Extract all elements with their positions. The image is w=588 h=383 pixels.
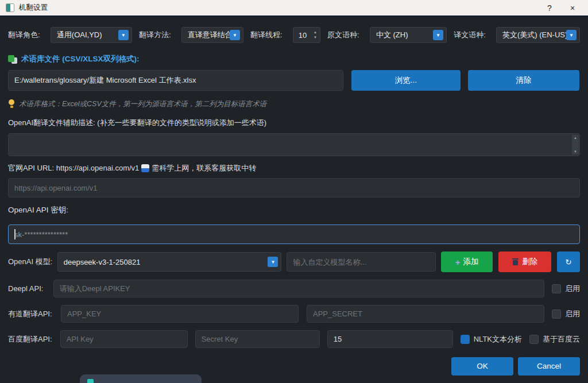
threads-label: 翻译线程: xyxy=(250,30,283,40)
glossary-header: 术语库文件 (CSV/XLSX双列格式): xyxy=(21,54,140,64)
source-lang-label: 原文语种: xyxy=(327,30,359,40)
openai-desc-label: OpenAI翻译文件辅助描述: (补充一些要翻译的文件的类型说明或添加一些术语) xyxy=(8,118,580,128)
delete-model-label: 删除 xyxy=(522,257,537,267)
api-url-input[interactable] xyxy=(8,178,580,198)
youdao-row: 有道翻译API: 启用 xyxy=(8,305,580,323)
openai-desc-textarea[interactable] xyxy=(8,133,580,156)
custom-model-input[interactable] xyxy=(287,252,435,272)
youdao-label: 有道翻译API: xyxy=(8,309,61,319)
popup-status-dot xyxy=(87,379,94,383)
nltk-checkbox[interactable] xyxy=(461,335,470,344)
glossary-file-row: 浏览... 清除 xyxy=(8,70,580,91)
glossary-hint: 术语库格式：Excel或CSV文件，第一列为源语言术语，第二列为目标语言术语 xyxy=(19,99,266,109)
baidu-cloud-checkbox[interactable] xyxy=(529,335,539,344)
bottom-popup-partial[interactable] xyxy=(80,374,202,383)
baidu-cloud-label: 基于百度云 xyxy=(543,334,580,345)
youdao-enable-label: 启用 xyxy=(565,309,580,319)
general-settings-row: 翻译角色: 通用(OAI,YD) ▼ 翻译方法: 直译意译结合 ▼ 翻译线程: … xyxy=(8,26,580,44)
api-key-label: OpenAI API 密钥: xyxy=(8,205,580,215)
target-lang-value: 英文(美式) (EN-US) xyxy=(497,30,566,40)
source-lang-select[interactable]: 中文 (ZH) ▼ xyxy=(370,27,447,43)
delete-model-button[interactable]: 删除 xyxy=(498,252,551,272)
api-url-label-row: 官网API URL: https://api.openai.com/v1 需科学… xyxy=(8,163,580,173)
ok-button[interactable]: OK xyxy=(451,357,513,376)
deepl-key-input[interactable] xyxy=(53,280,544,297)
close-button[interactable]: × xyxy=(563,1,582,16)
app-icon xyxy=(6,3,14,12)
chevron-down-icon[interactable]: ▼ xyxy=(433,30,443,40)
glossary-books-icon xyxy=(8,55,17,64)
threads-spinner[interactable]: 10 ▲ ▼ xyxy=(293,27,320,43)
baidu-apikey-input[interactable] xyxy=(60,330,188,348)
vpn-icon xyxy=(141,164,149,172)
clear-button[interactable]: 清除 xyxy=(468,70,579,91)
model-label: OpenAI 模型: xyxy=(8,257,57,267)
role-select[interactable]: 通用(OAI,YD) ▼ xyxy=(51,27,132,43)
api-url-note: 需科学上网，联系客服获取中转 xyxy=(152,163,256,173)
refresh-models-button[interactable]: ↻ xyxy=(557,252,580,272)
youdao-appsecret-input[interactable] xyxy=(307,305,544,323)
spin-down-icon[interactable]: ▼ xyxy=(312,35,319,40)
chevron-down-icon[interactable]: ▼ xyxy=(230,30,240,40)
youdao-appkey-input[interactable] xyxy=(61,305,299,323)
footer-row: OK Cancel xyxy=(8,357,580,376)
threads-value: 10 xyxy=(293,31,312,40)
api-key-input[interactable] xyxy=(8,225,580,244)
lightbulb-icon xyxy=(8,99,15,109)
spin-up-icon[interactable]: ▲ xyxy=(312,30,319,35)
cancel-button[interactable]: Cancel xyxy=(518,357,580,376)
chevron-down-icon[interactable]: ▼ xyxy=(118,30,129,40)
target-lang-select[interactable]: 英文(美式) (EN-US) ▼ xyxy=(496,27,580,43)
api-url-row xyxy=(8,178,580,198)
mt-settings-dialog: 机翻设置 ? × 翻译角色: 通用(OAI,YD) ▼ 翻译方法: 直译意译结合… xyxy=(0,0,588,383)
deepl-enable-label: 启用 xyxy=(565,284,580,294)
deepl-row: Deepl API: 启用 xyxy=(8,280,580,297)
role-value: 通用(OAI,YD) xyxy=(51,30,102,40)
browse-button[interactable]: 浏览... xyxy=(351,70,461,91)
refresh-icon: ↻ xyxy=(566,258,572,266)
trash-icon xyxy=(512,258,519,265)
method-label: 翻译方法: xyxy=(139,30,171,40)
add-model-label: 添加 xyxy=(463,257,478,267)
role-label: 翻译角色: xyxy=(8,30,40,40)
window-title: 机翻设置 xyxy=(19,3,48,13)
title-bar: 机翻设置 ? × xyxy=(0,0,588,17)
baidu-row: 百度翻译API: NLTK文本分析 基于百度云 xyxy=(8,330,580,348)
deepl-enable-checkbox[interactable] xyxy=(552,284,561,293)
chevron-down-icon[interactable]: ▼ xyxy=(566,30,577,40)
help-button[interactable]: ? xyxy=(540,1,559,16)
textarea-scrollbar[interactable]: ▲▼ xyxy=(572,135,579,154)
model-select[interactable]: deepseek-v3-1-250821 ▼ xyxy=(57,252,282,272)
method-select[interactable]: 直译意译结合 ▼ xyxy=(181,27,243,43)
baidu-label: 百度翻译API: xyxy=(8,334,60,345)
glossary-path-input[interactable] xyxy=(8,70,343,91)
plus-icon: + xyxy=(455,257,461,267)
openai-desc-row: ▲▼ xyxy=(8,133,580,156)
add-model-button[interactable]: + 添加 xyxy=(441,252,493,272)
source-lang-value: 中文 (ZH) xyxy=(370,30,408,40)
chevron-down-icon[interactable]: ▼ xyxy=(268,257,278,267)
glossary-section: 术语库文件 (CSV/XLSX双列格式): xyxy=(8,53,580,65)
nltk-label: NLTK文本分析 xyxy=(474,334,522,345)
baidu-secretkey-input[interactable] xyxy=(195,330,320,348)
text-caret xyxy=(14,229,16,239)
glossary-hint-row: 术语库格式：Excel或CSV文件，第一列为源语言术语，第二列为目标语言术语 xyxy=(8,99,580,109)
baidu-threads-input[interactable] xyxy=(327,330,453,348)
model-row: OpenAI 模型: deepseek-v3-1-250821 ▼ + 添加 删… xyxy=(8,252,580,272)
target-lang-label: 译文语种: xyxy=(454,30,486,40)
method-value: 直译意译结合 xyxy=(182,30,230,40)
api-key-row xyxy=(8,225,580,244)
deepl-label: Deepl API: xyxy=(8,284,53,293)
model-value: deepseek-v3-1-250821 xyxy=(58,258,141,266)
api-url-label: 官网API URL: https://api.openai.com/v1 xyxy=(8,163,139,173)
youdao-enable-checkbox[interactable] xyxy=(552,310,561,319)
